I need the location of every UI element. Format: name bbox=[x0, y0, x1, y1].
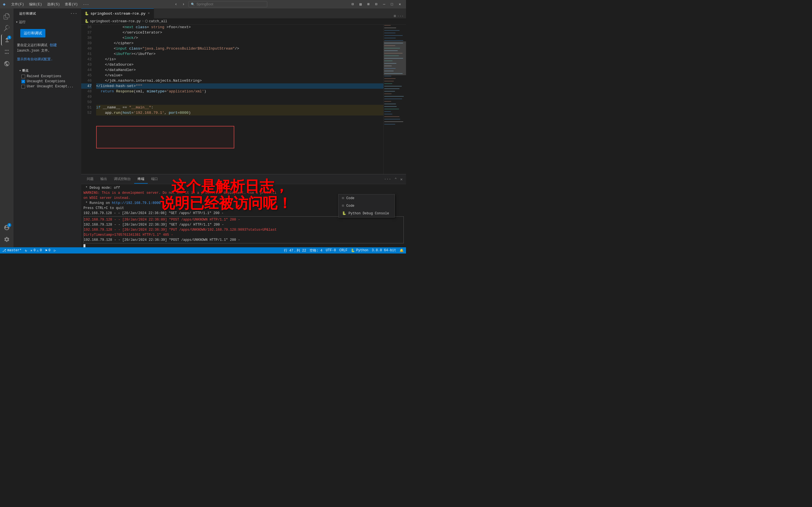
code-line-48: return Response(xml, mimetype='applicati… bbox=[96, 89, 384, 94]
sidebar-header-actions: ··· bbox=[70, 11, 78, 16]
line-col-text: 行 47，列 22 bbox=[284, 248, 306, 253]
activity-settings[interactable] bbox=[1, 234, 12, 245]
status-language[interactable]: 🐍 Python bbox=[351, 248, 368, 252]
panel-more-button[interactable]: ··· bbox=[383, 176, 392, 182]
run-section-collapse[interactable]: ▾ 运行 bbox=[16, 18, 79, 25]
panel-tab-actions: ··· ⌃ ✕ bbox=[383, 176, 404, 182]
breadcrumb-file[interactable]: springboot-xstream-rce.py bbox=[90, 19, 141, 23]
run-icon: ▷ bbox=[54, 248, 56, 252]
activity-search[interactable] bbox=[1, 22, 12, 34]
minimize-button[interactable]: ─ bbox=[381, 1, 388, 7]
menu-edit[interactable]: 编辑(E) bbox=[27, 1, 44, 7]
layout-btn-1[interactable]: ⊟ bbox=[349, 1, 356, 7]
tab-close-button[interactable]: × bbox=[147, 11, 150, 16]
bp-uncaught-label: Uncaught Exceptions bbox=[27, 79, 65, 83]
activity-extensions[interactable] bbox=[1, 46, 12, 57]
code-line-44: </dataHandler> bbox=[96, 67, 384, 73]
terminal-red-box: 192.168.79.128 - - [20/Jan/2024 22:36:09… bbox=[84, 216, 404, 243]
sidebar-more-button[interactable]: ··· bbox=[70, 11, 78, 16]
terminal-dropdown-label-3: Python Debug Console bbox=[349, 212, 389, 216]
menu-more[interactable]: ... bbox=[81, 1, 91, 7]
menu-select[interactable]: 选择(S) bbox=[45, 1, 62, 7]
code-line-50 bbox=[96, 100, 384, 105]
terminal-code-icon-2: ⊡ bbox=[342, 204, 344, 208]
run-section-label: 运行 bbox=[19, 20, 26, 24]
code-line-45: </value> bbox=[96, 73, 384, 78]
bp-raised-checkbox[interactable] bbox=[21, 75, 25, 78]
status-errors[interactable]: ✕ 0 ⚠ 0 bbox=[31, 248, 42, 252]
code-line-49 bbox=[96, 94, 384, 100]
terminal-dropdown-item-code1[interactable]: ⊡ Code bbox=[339, 194, 395, 202]
run-debug-badge: 1 bbox=[7, 36, 11, 40]
status-run[interactable]: ▷ bbox=[54, 248, 56, 252]
create-launch-link[interactable]: 创建 bbox=[50, 43, 57, 47]
bp-uncaught-checkbox[interactable] bbox=[21, 80, 25, 83]
activity-explorer[interactable] bbox=[1, 11, 12, 22]
terminal-cursor-line bbox=[81, 244, 406, 247]
panel-tab-ports[interactable]: 端口 bbox=[148, 175, 161, 184]
activity-account[interactable]: 1 bbox=[1, 222, 12, 233]
panel-tab-output[interactable]: 输出 bbox=[97, 175, 110, 184]
panel-tab-terminal[interactable]: 终端 bbox=[134, 175, 148, 184]
nav-forward-button[interactable]: › bbox=[181, 1, 186, 7]
search-box[interactable]: 🔍 bbox=[188, 1, 267, 7]
terminal-cursor bbox=[84, 244, 86, 247]
titlebar-center: ‹ › 🔍 bbox=[173, 1, 267, 7]
show-all-configs-link[interactable]: 显示所有自动调试配置. bbox=[17, 56, 78, 63]
breadcrumb-scope[interactable]: catch_all bbox=[149, 19, 167, 23]
panel-tab-debug-console[interactable]: 调试控制台 bbox=[110, 175, 134, 184]
tab-label: springboot-xstream-rce.py bbox=[91, 11, 146, 16]
status-bell[interactable]: 🔔 bbox=[400, 248, 404, 252]
menu-file[interactable]: 文件(F) bbox=[9, 1, 27, 7]
status-eol[interactable]: CRLF bbox=[340, 248, 348, 252]
code-line-47: </linked-hash-set>""" bbox=[96, 83, 384, 89]
layout-btn-3[interactable]: ⊞ bbox=[365, 1, 372, 7]
breadcrumb-file-icon: 🐍 bbox=[85, 19, 89, 23]
split-editor-button[interactable]: ⊞ bbox=[394, 14, 396, 18]
status-encoding[interactable]: UTF-8 bbox=[326, 248, 336, 252]
terminal-line-0: * Debug mode: off bbox=[84, 185, 404, 190]
terminal-dropdown-item-code2[interactable]: ⊡ Code bbox=[339, 202, 395, 210]
more-actions-button[interactable]: ··· bbox=[397, 14, 404, 18]
panel: 问题 输出 调试控制台 终端 端口 ··· ⌃ ✕ * Debug mode: … bbox=[81, 174, 406, 247]
terminal-dropdown-label-1: Code bbox=[346, 196, 354, 200]
layout-btn-2[interactable]: ▤ bbox=[357, 1, 364, 7]
encoding-text: UTF-8 bbox=[326, 248, 336, 252]
error-count: 0 bbox=[34, 248, 36, 252]
nav-back-button[interactable]: ‹ bbox=[173, 1, 179, 7]
bp-user-uncaught-checkbox[interactable] bbox=[21, 85, 25, 89]
bell-icon: 🔔 bbox=[400, 248, 404, 252]
panel-maximize-button[interactable]: ⌃ bbox=[393, 176, 398, 182]
bp-user-uncaught-label: User Uncaught Except... bbox=[27, 84, 73, 89]
search-input[interactable] bbox=[197, 2, 253, 6]
activity-remote[interactable] bbox=[1, 58, 12, 69]
warning-count: 0 bbox=[40, 248, 42, 252]
layout-btn-4[interactable]: ⊟ bbox=[373, 1, 380, 7]
terminal-dropdown-item-python-debug[interactable]: 🐍 Python Debug Console bbox=[339, 210, 395, 217]
code-line-41: <ibuffer></ibuffer> bbox=[96, 51, 384, 57]
panel-close-button[interactable]: ✕ bbox=[399, 176, 404, 182]
status-line-col[interactable]: 行 47，列 22 bbox=[284, 248, 306, 253]
line-numbers: 36 37 38 39 40 41 42 43 44 45 46 47 48 4… bbox=[81, 24, 94, 174]
bp-raised-exceptions: Raised Exceptions bbox=[13, 74, 81, 79]
close-button[interactable]: ✕ bbox=[396, 1, 403, 7]
breakpoints-section-header[interactable]: ▾ 断点 bbox=[13, 67, 81, 74]
editor-tab-active[interactable]: 🐍 springboot-xstream-rce.py × bbox=[81, 8, 154, 18]
menu-view[interactable]: 查看(V) bbox=[63, 1, 80, 7]
status-debug[interactable]: ⚑ 0 bbox=[45, 248, 50, 252]
restore-button[interactable]: □ bbox=[389, 1, 395, 7]
status-sync[interactable]: ↻ bbox=[25, 248, 27, 252]
status-branch[interactable]: ⎇ master* bbox=[2, 248, 21, 252]
run-debug-button[interactable]: 运行和调试 bbox=[20, 29, 45, 38]
breadcrumb-scope-icon: ⬡ bbox=[145, 19, 148, 23]
status-spaces[interactable]: 空格: 4 bbox=[310, 248, 322, 253]
code-line-46: </jdk.nashorn.internal.objects.NativeStr… bbox=[96, 78, 384, 83]
code-line-43: </dataSource> bbox=[96, 62, 384, 67]
desc-text: 要自定义运行和调试 bbox=[17, 43, 47, 48]
python-debug-icon: 🐍 bbox=[342, 211, 346, 216]
code-editor[interactable]: 36 37 38 39 40 41 42 43 44 45 46 47 48 4… bbox=[81, 24, 406, 174]
account-badge: 1 bbox=[7, 223, 11, 227]
panel-tab-problems[interactable]: 问题 bbox=[84, 175, 97, 184]
activity-run-debug[interactable]: 1 bbox=[1, 34, 12, 46]
status-python-version[interactable]: 3.8.0 64-bit bbox=[372, 248, 396, 252]
